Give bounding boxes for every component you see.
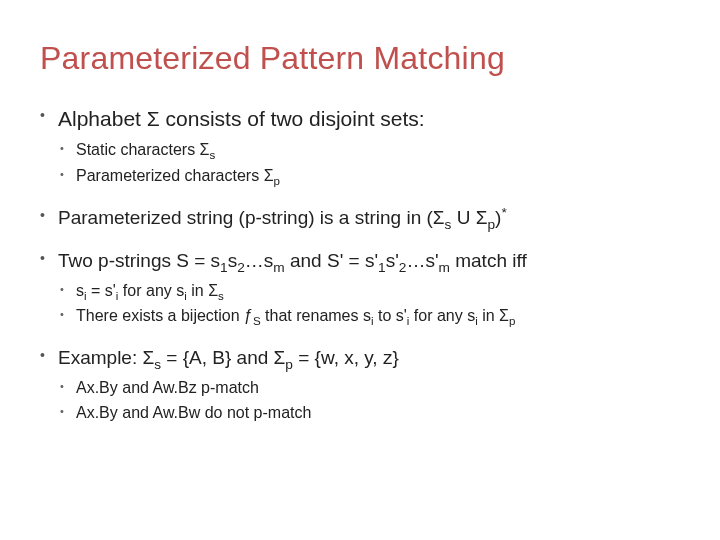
bullet-text: Example: Σs = {A, B} and Σp = {w, x, y, … — [58, 347, 399, 368]
bullet-match-def: Two p-strings S = s1s2…sm and S' = s'1s'… — [40, 248, 680, 327]
slide-title: Parameterized Pattern Matching — [40, 40, 680, 77]
bullet-example: Example: Σs = {A, B} and Σp = {w, x, y, … — [40, 345, 680, 424]
sub-bullet: Static characters Σs — [58, 139, 680, 161]
sub-list: Static characters Σs Parameterized chara… — [58, 139, 680, 186]
sub-list: Ax.By and Aw.Bz p-match Ax.By and Aw.Bw … — [58, 377, 680, 424]
bullet-alphabet: Alphabet Σ consists of two disjoint sets… — [40, 105, 680, 187]
bullet-text: Two p-strings S = s1s2…sm and S' = s'1s'… — [58, 250, 527, 271]
sub-bullet: Parameterized characters Σp — [58, 165, 680, 187]
sub-bullet: Ax.By and Aw.Bw do not p-match — [58, 402, 680, 424]
bullet-pstring-def: Parameterized string (p-string) is a str… — [40, 205, 680, 231]
sub-bullet: There exists a bijection ƒS that renames… — [58, 305, 680, 327]
sub-bullet: Ax.By and Aw.Bz p-match — [58, 377, 680, 399]
sub-list: si = s'i for any si in Σs There exists a… — [58, 280, 680, 327]
bullet-list: Alphabet Σ consists of two disjoint sets… — [40, 105, 680, 424]
bullet-text: Alphabet Σ consists of two disjoint sets… — [58, 107, 425, 130]
sub-bullet: si = s'i for any si in Σs — [58, 280, 680, 302]
